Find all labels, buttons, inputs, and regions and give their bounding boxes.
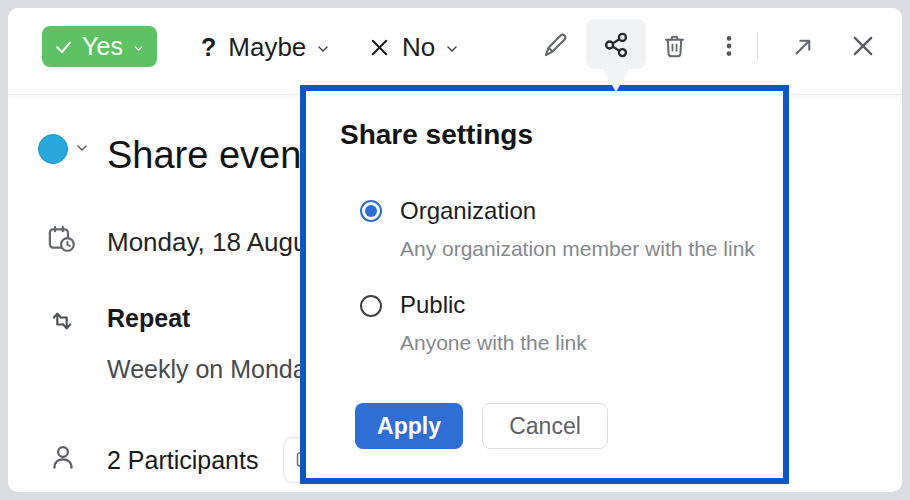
datetime-icon — [46, 223, 77, 254]
diagonal-arrow-icon — [790, 34, 816, 60]
toolbar: Yes ? Maybe No — [8, 8, 902, 95]
delete-button[interactable] — [659, 31, 689, 61]
check-icon — [54, 37, 73, 56]
event-title: Share event — [107, 134, 312, 177]
option-public-label[interactable]: Public — [400, 291, 465, 319]
toolbar-divider — [757, 32, 758, 59]
cancel-button[interactable]: Cancel — [482, 403, 608, 449]
more-options-button[interactable] — [716, 31, 742, 61]
rsvp-yes-button[interactable]: Yes — [42, 26, 157, 67]
radio-organization[interactable] — [360, 200, 382, 222]
popup-caret — [601, 66, 631, 92]
apply-button[interactable]: Apply — [355, 403, 463, 449]
repeat-label: Repeat — [107, 304, 190, 333]
edit-button[interactable] — [540, 31, 570, 61]
event-card: Yes ? Maybe No — [8, 8, 902, 492]
rsvp-yes-label: Yes — [82, 32, 123, 61]
question-icon: ? — [201, 33, 216, 62]
share-settings-popup: Share settings Organization Any organiza… — [300, 85, 789, 484]
participants-icon — [48, 442, 78, 472]
close-button[interactable] — [848, 31, 878, 61]
pencil-icon — [541, 32, 569, 60]
rsvp-maybe-button[interactable]: ? Maybe — [201, 28, 331, 66]
popup-title: Share settings — [340, 119, 533, 151]
open-in-new-button[interactable] — [789, 33, 817, 61]
event-color-dot[interactable] — [38, 134, 68, 164]
more-vertical-icon — [716, 33, 742, 59]
option-public-description: Anyone with the link — [400, 331, 587, 355]
radio-public[interactable] — [360, 295, 382, 317]
chevron-down-icon — [315, 41, 331, 57]
repeat-value: Weekly on Monda — [107, 355, 307, 384]
option-organization-label[interactable]: Organization — [400, 197, 536, 225]
option-organization-description: Any organization member with the link — [400, 237, 755, 261]
participants-count: 2 Participants — [107, 446, 258, 475]
rsvp-maybe-label: Maybe — [228, 32, 306, 63]
share-button[interactable] — [601, 30, 631, 60]
chevron-down-icon — [444, 41, 460, 57]
share-icon — [602, 31, 630, 59]
event-date: Monday, 18 Augu — [107, 227, 307, 258]
close-icon — [849, 32, 877, 60]
trash-icon — [661, 33, 688, 60]
repeat-icon — [48, 307, 76, 335]
color-chevron-down-icon[interactable] — [74, 140, 90, 156]
rsvp-no-label: No — [402, 32, 435, 63]
event-details-window: Yes ? Maybe No — [0, 0, 910, 500]
chevron-down-icon — [132, 42, 145, 55]
rsvp-no-button[interactable]: No — [368, 28, 460, 66]
x-icon — [368, 36, 391, 59]
